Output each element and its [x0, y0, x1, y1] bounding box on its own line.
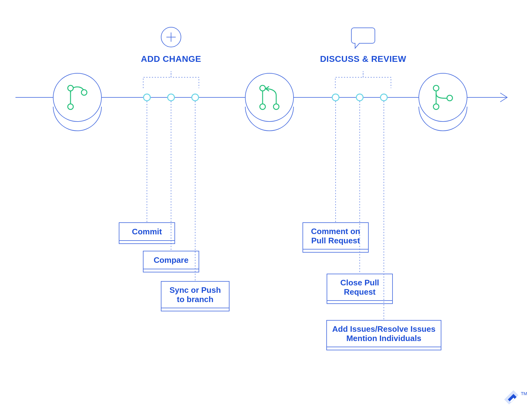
box-label: Compare: [154, 255, 189, 265]
svg-point-9: [260, 104, 265, 109]
commit-dot: [144, 94, 150, 101]
stage-add_change: ADD CHANGE: [141, 27, 201, 88]
svg-point-11: [419, 73, 467, 122]
svg-rect-24: [303, 249, 368, 252]
stage-title: DISCUSS & REVIEW: [320, 54, 406, 64]
close-pr-dot: [356, 94, 363, 101]
toptal-logo: TM: [504, 390, 527, 404]
svg-point-0: [53, 73, 101, 122]
stage-title: ADD CHANGE: [141, 54, 201, 64]
node-create-branch: [53, 73, 101, 131]
stage-discuss_review: DISCUSS & REVIEW: [320, 28, 406, 88]
box-close-pr: Close PullRequest: [327, 274, 393, 304]
box-label: Close Pull: [340, 278, 379, 287]
svg-point-13: [433, 85, 439, 91]
box-label: Sync or Push: [169, 285, 221, 295]
svg-point-10: [273, 104, 279, 109]
comment-icon: [351, 28, 375, 48]
box-label: Pull Request: [311, 236, 360, 245]
box-sync: Sync or Pushto branch: [161, 281, 229, 311]
box-label: Commit: [132, 227, 162, 236]
box-issues: Add Issues/Resolve IssuesMention Individ…: [327, 320, 441, 350]
stage-bracket: [335, 71, 391, 88]
box-label: Mention Individuals: [346, 334, 422, 343]
box-compare: Compare: [143, 251, 199, 272]
svg-point-8: [260, 85, 265, 91]
node-open-pr: [245, 73, 294, 131]
svg-point-14: [433, 104, 439, 109]
box-comment-pr: Comment onPull Request: [303, 223, 368, 252]
svg-point-2: [68, 85, 73, 91]
node-merge: [419, 73, 467, 131]
box-label: to branch: [177, 295, 213, 304]
svg-point-3: [68, 104, 73, 109]
comment-dot: [332, 94, 339, 101]
box-label: Comment on: [311, 227, 360, 236]
svg-point-15: [447, 95, 453, 101]
box-commit: Commit: [119, 223, 175, 244]
svg-rect-18: [119, 241, 175, 244]
box-label: Add Issues/Resolve Issues: [332, 324, 435, 334]
trademark: TM: [521, 391, 527, 396]
svg-rect-20: [143, 269, 199, 272]
svg-point-4: [81, 90, 87, 95]
compare-dot: [168, 94, 174, 101]
sync-dot: [192, 94, 199, 101]
svg-rect-26: [327, 301, 393, 304]
svg-rect-28: [327, 347, 441, 350]
issues-dot: [380, 94, 387, 101]
svg-point-5: [245, 73, 294, 122]
workflow-diagram: ADD CHANGEDISCUSS & REVIEWCommitCompareS…: [0, 0, 532, 410]
stage-bracket: [143, 71, 199, 88]
svg-rect-22: [161, 308, 229, 311]
box-label: Request: [344, 287, 376, 297]
